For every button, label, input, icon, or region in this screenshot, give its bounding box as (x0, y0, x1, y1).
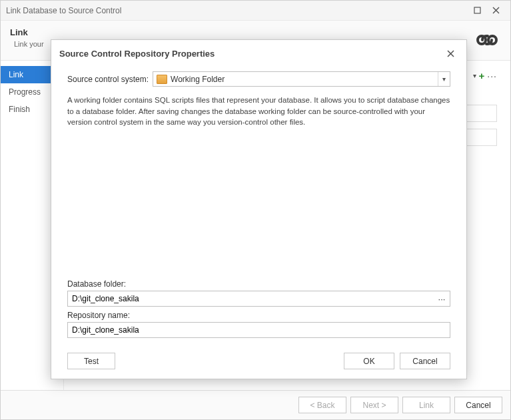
repo-name-input[interactable] (68, 323, 450, 337)
db-folder-input[interactable] (68, 291, 434, 306)
db-folder-field-wrap: ··· (67, 291, 450, 307)
scs-label: Source control system: (67, 75, 149, 84)
scs-description: A working folder contains SQL scripts fi… (67, 95, 450, 128)
modal-title: Source Control Repository Properties (59, 49, 215, 59)
chevron-down-icon[interactable]: ▾ (438, 72, 450, 86)
modal-header: Source Control Repository Properties (51, 40, 466, 67)
db-folder-label: Database folder: (67, 279, 450, 289)
modal-cancel-button[interactable]: Cancel (400, 353, 450, 369)
test-button[interactable]: Test (67, 353, 115, 369)
ok-button[interactable]: OK (344, 353, 394, 369)
repo-name-field-wrap (67, 322, 450, 338)
scs-combobox[interactable]: Working Folder ▾ (153, 71, 450, 87)
modal-backdrop: Source Control Repository Properties Sou… (1, 1, 510, 419)
modal-close-button[interactable] (443, 47, 458, 61)
repository-properties-dialog: Source Control Repository Properties Sou… (51, 39, 467, 379)
folder-icon (157, 75, 167, 84)
repo-name-label: Repository name: (67, 311, 450, 320)
scs-value: Working Folder (171, 75, 438, 84)
browse-button[interactable]: ··· (434, 294, 450, 304)
modal-body: Source control system: Working Folder ▾ … (51, 67, 466, 346)
modal-footer: Test OK Cancel (51, 346, 466, 379)
